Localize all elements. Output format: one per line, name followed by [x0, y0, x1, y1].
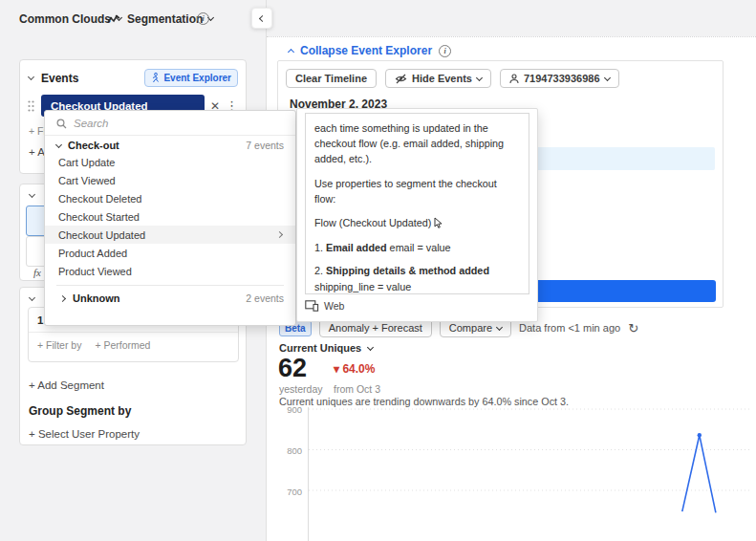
item-label: Checkout Deleted — [58, 193, 141, 205]
item-label: Checkout Started — [58, 211, 140, 223]
uniques-trend-chart — [308, 405, 749, 541]
compare-label: Compare — [449, 322, 492, 334]
description-intro: each time something is updated in the ch… — [314, 120, 520, 167]
dropdown-item[interactable]: Cart Viewed — [45, 171, 295, 189]
chevron-left-icon — [258, 14, 265, 21]
group-segment-by-label: Group Segment by — [29, 404, 131, 418]
y-axis-tick: 800 — [277, 445, 302, 456]
segmentation-chart-icon — [107, 14, 121, 25]
chevron-down-icon — [603, 74, 610, 80]
cursor-icon — [433, 217, 443, 229]
flow-step: 1. Email added email = value — [314, 240, 520, 255]
app-window: Common Clouds Segmentation i Collapse Ev… — [0, 0, 756, 541]
chevron-down-icon[interactable] — [29, 191, 35, 198]
hide-events-label: Hide Events — [412, 73, 472, 84]
search-icon — [56, 119, 67, 129]
chevron-right-icon — [59, 294, 66, 301]
group-count: 2 events — [246, 292, 284, 304]
chevron-down-icon — [55, 141, 62, 147]
group-label: Unknown — [73, 292, 238, 304]
workspace-selector[interactable]: Common Clouds — [19, 12, 121, 26]
view-label: Segmentation — [127, 12, 203, 26]
collapse-sidebar-button[interactable] — [251, 8, 272, 29]
chevron-down-icon[interactable] — [28, 74, 34, 80]
dropdown-item[interactable]: Product Viewed — [45, 262, 295, 280]
event-explorer-button[interactable]: Event Explorer — [144, 69, 238, 87]
event-picker-dropdown: Check-out 7 events Cart Update Cart View… — [44, 110, 296, 326]
clear-timeline-button[interactable]: Clear Timeline — [286, 69, 377, 88]
segment-performed-link[interactable]: + Performed — [95, 339, 150, 351]
clear-timeline-label: Clear Timeline — [295, 73, 367, 84]
flow-step: 2. Shipping details & method added shipp… — [314, 263, 520, 293]
collapse-event-explorer-link[interactable]: Collapse Event Explorer i — [289, 44, 451, 57]
item-label: Product Viewed — [58, 266, 132, 277]
dropdown-group-unknown[interactable]: Unknown 2 events — [45, 286, 295, 310]
chevron-down-icon[interactable] — [29, 294, 35, 301]
event-explorer-label: Event Explorer — [163, 73, 231, 83]
events-title: Events — [41, 72, 137, 85]
data-freshness-label: Data from <1 min ago — [519, 322, 620, 334]
measure-label: Current Uniques — [279, 342, 361, 354]
hide-events-button[interactable]: Hide Events — [385, 69, 491, 88]
collapse-event-explorer-label: Collapse Event Explorer — [300, 44, 432, 57]
event-description-body: each time something is updated in the ch… — [305, 113, 529, 294]
event-search-input[interactable] — [74, 118, 265, 129]
select-user-property-link[interactable]: + Select User Property — [29, 428, 140, 440]
segment-index: 1 — [37, 314, 43, 326]
web-device-icon — [305, 300, 319, 312]
metric-value: 62 — [278, 354, 307, 383]
delta-down-icon: ▾ — [334, 362, 339, 376]
metric-compare: from Oct 3 — [334, 383, 380, 395]
y-axis-tick: 900 — [277, 404, 302, 415]
anomaly-forecast-label: Anomaly + Forecast — [329, 322, 422, 334]
formula-fx-label[interactable]: fx — [33, 267, 41, 278]
item-label: Product Added — [58, 248, 127, 259]
platform-label: Web — [324, 300, 344, 312]
y-axis-tick: 700 — [277, 487, 302, 497]
metric-period: yesterday — [279, 383, 323, 395]
top-bar: Common Clouds Segmentation i — [0, 0, 756, 36]
metric-delta: ▾ 64.0% — [334, 362, 375, 376]
info-icon[interactable]: i — [197, 12, 209, 25]
item-label: Cart Update — [58, 157, 115, 168]
item-label: Cart Viewed — [58, 175, 116, 186]
drag-handle-icon[interactable] — [27, 99, 35, 113]
group-label: Check-out — [68, 140, 239, 151]
description-subtitle: Use properties to segment the checkout f… — [314, 176, 520, 206]
running-person-icon — [151, 73, 160, 83]
info-icon[interactable]: i — [439, 45, 451, 57]
chevron-down-icon — [367, 343, 374, 350]
chevron-down-icon — [496, 323, 503, 330]
flow-label: Flow (Checkout Updated) — [314, 215, 431, 230]
person-icon — [509, 74, 519, 84]
measure-selector[interactable]: Current Uniques — [279, 342, 373, 354]
dropdown-item[interactable]: Cart Update — [45, 153, 295, 171]
add-segment-link[interactable]: + Add Segment — [29, 379, 104, 391]
refresh-icon[interactable]: ↻ — [628, 321, 638, 335]
dropdown-item[interactable]: Checkout Started — [45, 207, 295, 226]
dropdown-item[interactable]: Product Added — [45, 244, 295, 262]
chevron-down-icon — [476, 74, 483, 80]
dropdown-group-checkout[interactable]: Check-out 7 events — [45, 136, 295, 153]
dropdown-item-active[interactable]: Checkout Updated — [45, 226, 295, 244]
eye-off-icon — [395, 74, 407, 84]
chevron-right-icon — [276, 231, 283, 238]
segment-filter-by-link[interactable]: + Filter by — [37, 339, 81, 351]
timeline-toolbar: Clear Timeline Hide Events 7194733936986 — [278, 61, 723, 88]
item-label: Checkout Updated — [58, 229, 145, 241]
chevron-up-icon — [288, 49, 294, 55]
event-description-popover: each time something is updated in the ch… — [296, 108, 538, 322]
workspace-label: Common Clouds — [19, 12, 111, 26]
user-selector-button[interactable]: 7194733936986 — [500, 69, 619, 88]
user-id-label: 7194733936986 — [524, 73, 600, 84]
group-count: 7 events — [246, 140, 284, 151]
dropdown-item[interactable]: Checkout Deleted — [45, 189, 295, 207]
